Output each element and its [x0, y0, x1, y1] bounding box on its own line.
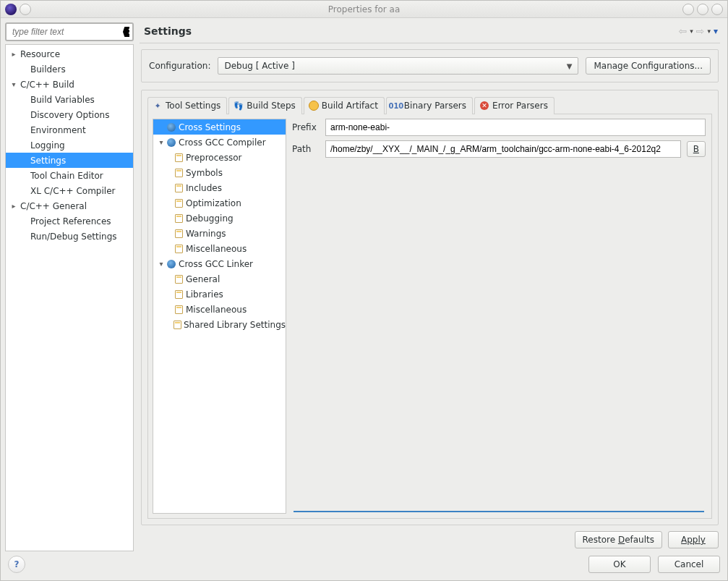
nav-forward-caret-icon[interactable]: ▾	[706, 27, 711, 35]
tree-item-build-variables[interactable]: Build Variables	[6, 92, 133, 107]
tool-settings-tree[interactable]: Cross Settings ▾Cross GCC Compiler Prepr…	[153, 119, 286, 514]
tab-error-parsers[interactable]: ✕Error Parsers	[474, 97, 554, 114]
tool-tree-cross-gcc-linker[interactable]: ▾Cross GCC Linker	[153, 256, 286, 271]
tree-item-builders[interactable]: Builders	[6, 62, 133, 77]
configuration-selected-value: Debug [ Active ]	[224, 61, 294, 71]
error-parsers-icon: ✕	[479, 101, 489, 111]
tab-body: Cross Settings ▾Cross GCC Compiler Prepr…	[147, 114, 712, 519]
clear-filter-icon[interactable]	[123, 27, 129, 37]
filter-input[interactable]	[11, 26, 123, 38]
tool-tree-preprocessor[interactable]: Preprocessor	[153, 150, 286, 165]
tab-binary-parsers[interactable]: 010Binary Parsers	[386, 97, 473, 114]
properties-window: Properties for aa ▸Resource Builders ▾C/…	[0, 0, 728, 581]
globe-icon	[166, 137, 176, 148]
tool-tree-miscellaneous-compiler[interactable]: Miscellaneous	[153, 241, 286, 256]
tool-tree-shared-library-settings[interactable]: Shared Library Settings	[153, 317, 286, 332]
globe-icon	[166, 259, 176, 269]
nav-menu-caret-icon[interactable]: ▾	[713, 26, 719, 36]
settings-tabs-frame: ✦Tool Settings 👣Build Steps Build Artifa…	[141, 90, 719, 525]
cancel-button[interactable]: Cancel	[658, 556, 720, 573]
tool-tree-general[interactable]: General	[153, 271, 286, 287]
configuration-panel: Configuration: Debug [ Active ] ▼ Manage…	[141, 49, 719, 82]
configuration-select[interactable]: Debug [ Active ] ▼	[218, 57, 578, 75]
form-footer-accent	[294, 511, 704, 512]
page-icon	[174, 198, 184, 208]
right-pane: Settings ⇦▾ ⇨▾ ▾ Configuration: Debug [ …	[137, 22, 723, 551]
tree-item-xlc-compiler[interactable]: XL C/C++ Compiler	[6, 183, 133, 198]
tree-item-ccpp-build[interactable]: ▾C/C++ Build	[6, 77, 133, 92]
chevron-down-icon: ▼	[567, 62, 573, 70]
binary-parsers-icon: 010	[391, 101, 401, 111]
filter-field-wrap	[5, 22, 134, 41]
help-button[interactable]: ?	[8, 556, 25, 573]
header-separator	[140, 43, 720, 43]
tabstrip: ✦Tool Settings 👣Build Steps Build Artifa…	[147, 96, 712, 114]
tool-tree-symbols[interactable]: Symbols	[153, 165, 286, 180]
page-icon	[174, 229, 184, 239]
manage-configurations-button[interactable]: Manage Configurations...	[586, 57, 711, 75]
tool-tree-debugging[interactable]: Debugging	[153, 211, 286, 226]
tab-build-steps[interactable]: 👣Build Steps	[228, 97, 302, 114]
tree-item-logging[interactable]: Logging	[6, 137, 133, 153]
header-nav: ⇦▾ ⇨▾ ▾	[677, 25, 719, 37]
tree-item-ccpp-general[interactable]: ▸C/C++ General	[6, 198, 133, 213]
ok-button[interactable]: OK	[588, 556, 651, 573]
page-title: Settings	[144, 25, 192, 37]
configuration-label: Configuration:	[149, 61, 210, 71]
window-title: Properties for aa	[1, 4, 727, 14]
page-icon	[174, 213, 184, 224]
titlebar: Properties for aa	[1, 1, 727, 18]
tool-tree-cross-gcc-compiler[interactable]: ▾Cross GCC Compiler	[153, 135, 286, 150]
tool-tree-warnings[interactable]: Warnings	[153, 226, 286, 241]
page-icon	[174, 320, 181, 330]
tool-tree-optimization[interactable]: Optimization	[153, 195, 286, 211]
left-pane: ▸Resource Builders ▾C/C++ Build Build Va…	[5, 22, 134, 551]
tree-item-environment[interactable]: Environment	[6, 122, 133, 137]
apply-button[interactable]: Apply	[668, 531, 719, 548]
tool-tree-cross-settings[interactable]: Cross Settings	[153, 119, 286, 135]
page-icon	[174, 289, 184, 300]
path-label: Path	[292, 144, 320, 154]
tree-item-resource[interactable]: ▸Resource	[6, 46, 133, 62]
tool-tree-includes[interactable]: Includes	[153, 180, 286, 195]
page-icon	[174, 274, 184, 284]
build-steps-icon: 👣	[234, 101, 244, 111]
tool-tree-libraries[interactable]: Libraries	[153, 287, 286, 302]
tree-item-discovery-options[interactable]: Discovery Options	[6, 107, 133, 122]
tab-tool-settings[interactable]: ✦Tool Settings	[147, 97, 227, 114]
category-tree[interactable]: ▸Resource Builders ▾C/C++ Build Build Va…	[5, 44, 134, 551]
nav-forward-icon[interactable]: ⇨	[695, 25, 706, 37]
tool-settings-icon: ✦	[153, 101, 163, 111]
nav-back-icon[interactable]: ⇦	[677, 25, 688, 37]
tab-build-artifact[interactable]: Build Artifact	[304, 97, 385, 114]
restore-defaults-button[interactable]: Restore Defaults	[575, 531, 662, 548]
cross-settings-form: Prefix Path B	[286, 114, 711, 518]
page-icon	[174, 183, 184, 193]
dialog-footer: ? OK Cancel	[1, 551, 727, 580]
tree-item-project-references[interactable]: Project References	[6, 213, 133, 229]
tree-item-settings[interactable]: Settings	[6, 153, 133, 168]
nav-back-caret-icon[interactable]: ▾	[689, 27, 694, 35]
tool-tree-miscellaneous-linker[interactable]: Miscellaneous	[153, 302, 286, 317]
page-icon	[174, 153, 184, 163]
tree-item-run-debug-settings[interactable]: Run/Debug Settings	[6, 229, 133, 244]
page-icon	[174, 305, 184, 315]
prefix-label: Prefix	[292, 122, 320, 132]
build-artifact-icon	[309, 101, 319, 111]
page-icon	[174, 244, 184, 254]
page-icon	[174, 168, 184, 178]
path-input[interactable]	[325, 140, 681, 158]
tree-item-toolchain-editor[interactable]: Tool Chain Editor	[6, 168, 133, 183]
globe-icon	[166, 122, 176, 132]
prefix-input[interactable]	[325, 119, 706, 136]
browse-button[interactable]: B	[687, 141, 706, 157]
